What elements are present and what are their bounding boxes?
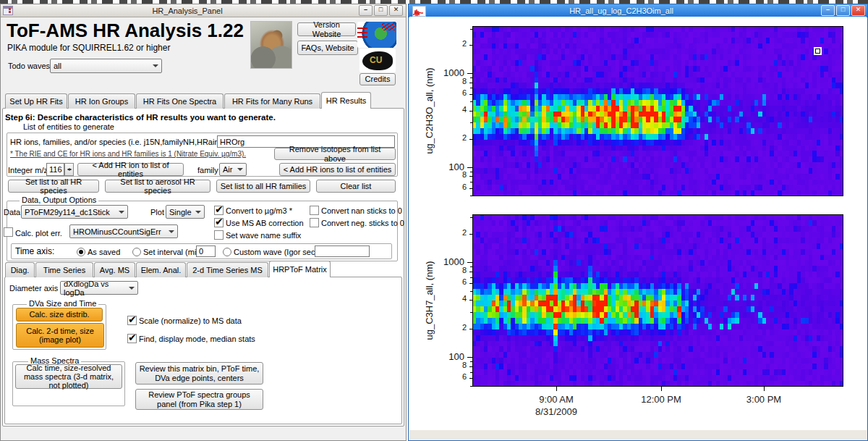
add-hr-ion-button[interactable]: < Add HR ion to list of entities: [77, 163, 184, 176]
set-families-button[interactable]: Set list to all HR families: [216, 180, 310, 193]
time-axis-label: Time axis:: [15, 246, 54, 256]
y-tick-label: 8: [435, 361, 467, 369]
y-tick: [469, 94, 472, 95]
faqs-website-button[interactable]: FAQs, Website: [297, 41, 358, 55]
tab-hr-fits-many-runs[interactable]: HR Fits for Many Runs: [224, 93, 320, 109]
y-tick-label: 4: [435, 294, 467, 303]
subtab-2d-time-series[interactable]: 2-d Time Series MS: [187, 262, 268, 277]
convert-ugm3-checkbox[interactable]: [214, 206, 224, 215]
todo-waves-label: Todo waves: [8, 62, 50, 70]
calc-size-distrib-button[interactable]: Calc. size distrib.: [16, 308, 103, 322]
y-minor-tick: [470, 122, 472, 123]
custom-wave-radio[interactable]: [223, 248, 231, 256]
interval-input[interactable]: 0: [196, 245, 216, 257]
subtab-time-series[interactable]: Time Series: [35, 262, 93, 277]
heatmap-ug_C2H3O_all[interactable]: [472, 26, 843, 196]
custom-wave-input[interactable]: [315, 245, 370, 257]
ms-ab-correction-label: Use MS AB correction: [226, 219, 304, 227]
y-minor-tick: [470, 101, 472, 102]
data-dropdown[interactable]: PToFM29y114_dc1Stick: [21, 205, 128, 219]
version-website-button[interactable]: Version Website: [297, 22, 356, 36]
set-interval-radio[interactable]: [132, 248, 141, 256]
y-tick: [469, 272, 472, 272]
y-tick: [469, 283, 472, 284]
legend-marker-box: [814, 47, 822, 55]
calc-2d-time-size-button[interactable]: Calc. 2-d time, size (image plot): [16, 323, 104, 348]
data-options-caption: Data, Output Options: [20, 196, 98, 204]
find-mode-label: Find, display mode, median stats: [139, 335, 255, 343]
review-ptof-groups-button[interactable]: Review PToF spectra groups panel (from P…: [135, 389, 263, 410]
as-saved-radio[interactable]: [77, 248, 85, 256]
panel-title-bar[interactable]: HR_Analysis_Panel – □ ✕: [1, 4, 406, 17]
x-tick-label: 12:00 PM: [641, 394, 681, 405]
calc-plot-err-checkbox[interactable]: [4, 227, 13, 237]
find-mode-checkbox[interactable]: [127, 334, 137, 343]
as-saved-label: As saved: [88, 248, 120, 256]
y-tick-label: 2: [435, 228, 467, 237]
minimize-button[interactable]: –: [359, 5, 373, 16]
y-tick: [467, 357, 472, 358]
y-tick-label: 6: [435, 277, 467, 286]
add-hr-ions-button[interactable]: < Add HR ions to list of entities: [279, 163, 396, 176]
wave-name-suffix-checkbox[interactable]: [214, 230, 224, 240]
set-aerosol-species-button[interactable]: Set list to aerosol HR species: [105, 180, 210, 193]
rie-note: * The RIE and CE for HR ions and HR fami…: [10, 150, 246, 158]
integer-mz-input[interactable]: 116: [46, 163, 64, 176]
tab-set-up-hr-fits[interactable]: Set Up HR Fits: [5, 93, 67, 109]
hr-analysis-panel-window: HR_Analysis_Panel – □ ✕ ToF-AMS HR Analy…: [0, 4, 407, 441]
y-tick-label: 2: [435, 323, 467, 332]
graph-window: HR_all_ug_log_C2H3Oim_all – □ ✕ ug_C2H3O…: [408, 4, 868, 441]
review-matrix-button[interactable]: Review this matrix bin, PToF time, DVa e…: [135, 362, 263, 385]
scale-normalize-checkbox[interactable]: [127, 316, 137, 325]
y-tick-label: 8: [435, 77, 467, 85]
custom-wave-label: Custom wave (Igor secs):: [234, 248, 324, 256]
tab-hr-results[interactable]: HR Results: [321, 92, 371, 109]
y-minor-tick: [470, 266, 472, 267]
diameter-axis-label: Diameter axis: [9, 284, 58, 293]
subtab-hrptof-matrix[interactable]: HRPToF Matrix: [269, 261, 331, 277]
heatmap-ug_C3H7_all[interactable]: [472, 214, 843, 387]
y-tick: [469, 300, 472, 301]
plot-dropdown[interactable]: Single: [166, 205, 205, 219]
integer-mz-stepper[interactable]: [64, 163, 74, 176]
scale-normalize-label: Scale (normalize) to MS data: [139, 316, 242, 325]
convert-nan-checkbox[interactable]: [310, 206, 319, 215]
convert-ugm3-label: Convert to µg/m3 *: [226, 206, 292, 215]
convert-neg-checkbox[interactable]: [310, 218, 319, 227]
convert-neg-label: Convert neg. sticks to 0: [321, 219, 404, 227]
y-tick: [469, 378, 472, 379]
panel-window-title: HR_Analysis_Panel: [16, 7, 359, 15]
tab-hr-fits-one-spectra[interactable]: HR Fits One Spectra: [136, 93, 224, 109]
close-button[interactable]: ✕: [389, 5, 403, 16]
todo-waves-dropdown[interactable]: all: [50, 59, 162, 73]
integer-mz-label: Integer m/z: [8, 166, 48, 175]
set-all-species-button[interactable]: Set list to all HR species: [8, 180, 99, 193]
remove-isotopes-button[interactable]: Remove isotopes from list above: [274, 148, 396, 160]
pika-photo: [250, 21, 292, 69]
y-tick: [469, 139, 472, 140]
y-tick-label: 4: [435, 105, 467, 114]
x-tick: [764, 387, 765, 391]
family-dropdown[interactable]: Air: [219, 163, 247, 176]
dva-group-caption: DVa Size and Time: [27, 299, 98, 308]
graph-area[interactable]: ug_C2H3O_all, (nm) ug_C3H7_all, (nm) 210…: [409, 4, 868, 441]
err-wave-dropdown[interactable]: HROMinusCCountSigErr: [69, 224, 178, 238]
tab-hr-ion-groups[interactable]: HR Ion Groups: [68, 93, 135, 109]
y-tick-label: 6: [435, 88, 467, 97]
y-tick-label: 6: [435, 182, 467, 191]
y-tick: [467, 167, 472, 168]
diameter-axis-dropdown[interactable]: dXdlogDa vs logDa: [60, 281, 138, 295]
subtab-avg-ms[interactable]: Avg. MS: [94, 262, 135, 277]
y-tick-label: 2: [435, 133, 467, 142]
clear-list-button[interactable]: Clear list: [316, 180, 396, 193]
credits-button[interactable]: Credits: [359, 73, 396, 85]
calc-mass-spectra-button[interactable]: Calc time, size-resolved mass spectra (3…: [15, 364, 122, 389]
ms-ab-correction-checkbox[interactable]: [214, 218, 224, 227]
maximize-button[interactable]: □: [374, 5, 388, 16]
subtab-elem-anal[interactable]: Elem. Anal.: [136, 262, 186, 277]
subtab-diag[interactable]: Diag.: [5, 262, 35, 277]
y-tick: [469, 83, 472, 83]
y-minor-tick: [470, 88, 472, 88]
y-minor-tick: [470, 172, 472, 172]
y-minor-tick: [470, 291, 472, 292]
